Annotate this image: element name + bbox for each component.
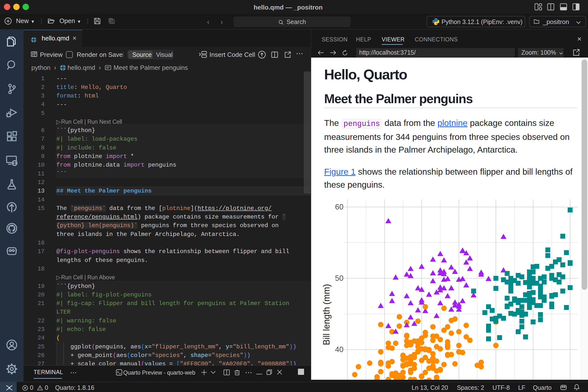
svg-text:60: 60 bbox=[335, 202, 344, 211]
svg-text:50: 50 bbox=[335, 274, 344, 282]
svg-text:Bill length (mm): Bill length (mm) bbox=[322, 284, 332, 345]
svg-text:40: 40 bbox=[335, 345, 344, 354]
